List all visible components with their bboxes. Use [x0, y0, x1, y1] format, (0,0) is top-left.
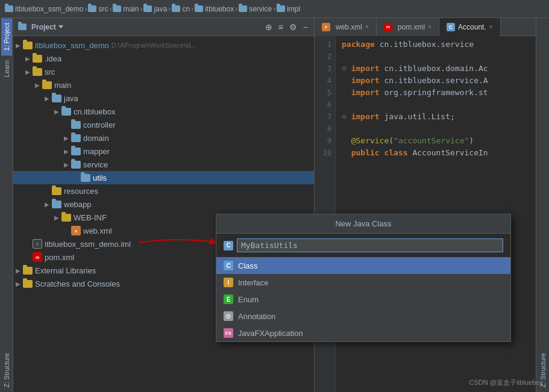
code-line-7: ⊖ import java.util.List; [342, 111, 543, 123]
item-label: itbluebox_ssm_demo.iml [45, 240, 131, 249]
tree-item-domain[interactable]: ▶ domain [13, 131, 314, 145]
tree-arrow [74, 175, 81, 181]
project-title: Project [31, 23, 63, 31]
folder-icon [23, 267, 33, 275]
tab-close-icon[interactable]: × [489, 23, 493, 30]
tree-item-src[interactable]: ▶ src [13, 65, 314, 78]
tree-item-service[interactable]: ▶ service [13, 158, 314, 171]
javafx-icon: FX [224, 328, 233, 338]
breadcrumb: itbluebox_ssm_demo › src › main › java ›… [0, 0, 549, 18]
tree-item-webapp[interactable]: ▶ webapp [13, 198, 314, 211]
left-sidebar-strip: 1: Project Learn Z: Structure [0, 18, 13, 392]
dialog-list-item-javafx[interactable]: FX JavaFXApplication [216, 325, 510, 341]
tab-label: Account. [458, 23, 486, 31]
item-label: mapper [83, 147, 110, 156]
tab-pom-xml[interactable]: m pom.xml × [377, 18, 439, 36]
tree-arrow: ▶ [45, 201, 52, 208]
tree-item-java[interactable]: ▶ java [13, 92, 314, 105]
tab-label: pom.xml [398, 23, 425, 31]
folder-icon [23, 42, 33, 49]
tab-close-icon[interactable]: × [428, 23, 431, 30]
item-label: resources [64, 187, 98, 196]
tree-arrow: ▶ [64, 135, 71, 142]
iml-file-icon: i [33, 239, 42, 249]
dialog-list-item-interface[interactable]: I Interface [216, 274, 510, 291]
code-line-10: public class AccountServiceIn [342, 147, 543, 159]
watermark: CSDN @蓝盒子itbluebox [469, 378, 543, 387]
tab-web-xml[interactable]: x web.xml × [315, 18, 377, 36]
tree-item-cn-itbluebox[interactable]: ▶ cn.itbluebox [13, 105, 314, 118]
tree-item-resources[interactable]: resources [13, 184, 314, 198]
item-label: WEB-INF [74, 213, 107, 222]
folder-icon [52, 187, 61, 195]
chevron-down-icon[interactable] [58, 25, 63, 28]
folder-icon [5, 5, 13, 12]
item-label: External Libraries [35, 266, 96, 275]
pom-file-icon: m [33, 252, 42, 262]
pom-tab-icon: m [384, 23, 392, 31]
project-folder-icon [18, 23, 27, 30]
tab-account[interactable]: C Account. × [439, 18, 501, 36]
breadcrumb-item: itbluebox_ssm_demo [5, 5, 83, 13]
interface-icon: I [224, 278, 233, 287]
folder-icon [239, 5, 247, 12]
folder-icon [71, 121, 81, 129]
tree-arrow: ▶ [16, 267, 23, 274]
item-label: Scratches and Consoles [35, 279, 120, 288]
tree-arrow: ▶ [64, 161, 71, 168]
folder-icon [61, 108, 71, 116]
item-label: webapp [64, 200, 92, 209]
tree-arrow [45, 188, 52, 194]
sidebar-item-structure[interactable]: Z: Structure [1, 348, 12, 392]
folder-icon [23, 280, 33, 288]
folder-icon [33, 55, 42, 63]
breadcrumb-item: main [113, 5, 139, 13]
code-line-8 [342, 123, 543, 135]
code-line-4: import cn.itbluebox.service.A [342, 75, 543, 87]
tree-arrow: ▶ [35, 82, 42, 89]
tree-arrow: ▶ [64, 148, 71, 155]
breadcrumb-item: impl [277, 5, 300, 13]
locate-icon[interactable]: ⊕ [264, 21, 274, 33]
folder-icon [71, 134, 81, 142]
code-line-6 [342, 99, 543, 111]
dialog-list-item-annotation[interactable]: @ Annotation [216, 308, 510, 325]
tree-item-root[interactable]: ▶ itbluebox_ssm_demo D:\AProgramWorkSpac… [13, 39, 314, 52]
item-label: service [83, 160, 108, 169]
folder-icon [52, 95, 61, 102]
minimize-icon[interactable]: − [302, 21, 309, 33]
tree-item-utils[interactable]: utils [13, 171, 314, 184]
tab-close-icon[interactable]: × [365, 23, 369, 30]
tree-arrow [64, 228, 71, 234]
item-label: src [45, 67, 55, 76]
breadcrumb-text: itbluebox_ssm_demo [15, 5, 83, 13]
breadcrumb-item: itbluebox [195, 5, 234, 13]
class-icon: C [224, 261, 233, 270]
structure-strip: Z: Structure [536, 18, 549, 392]
tree-item-mapper[interactable]: ▶ mapper [13, 145, 314, 158]
item-label: Interface [238, 278, 269, 287]
settings-icon[interactable]: ⚙ [288, 21, 298, 33]
folder-icon [61, 214, 71, 222]
tree-item-controller[interactable]: controller [13, 118, 314, 131]
dialog-title: New Java Class [216, 214, 510, 234]
sidebar-item-project[interactable]: 1: Project [1, 18, 12, 55]
collapse-icon[interactable]: ≡ [277, 21, 284, 33]
item-label: JavaFXApplication [238, 329, 303, 338]
dialog-list-item-enum[interactable]: E Enum [216, 291, 510, 308]
xml-file-icon: x [71, 226, 81, 235]
code-line-9: @Service("accountService") [342, 135, 543, 147]
folder-icon [52, 201, 61, 208]
dialog-list-item-class[interactable]: C Class [216, 257, 510, 274]
class-name-input[interactable] [237, 238, 503, 252]
folder-icon [277, 5, 285, 12]
tree-item-idea[interactable]: ▶ .idea [13, 52, 314, 65]
sidebar-item-learn[interactable]: Learn [1, 55, 12, 82]
folder-icon [113, 5, 121, 12]
tree-item-main[interactable]: ▶ main [13, 78, 314, 92]
tree-arrow: ▶ [25, 69, 33, 75]
tree-arrow: ▶ [16, 281, 23, 287]
new-java-class-dialog: New Java Class C C Class I Interface E E… [216, 214, 511, 342]
breadcrumb-item: src [88, 5, 108, 13]
folder-icon [172, 5, 180, 12]
